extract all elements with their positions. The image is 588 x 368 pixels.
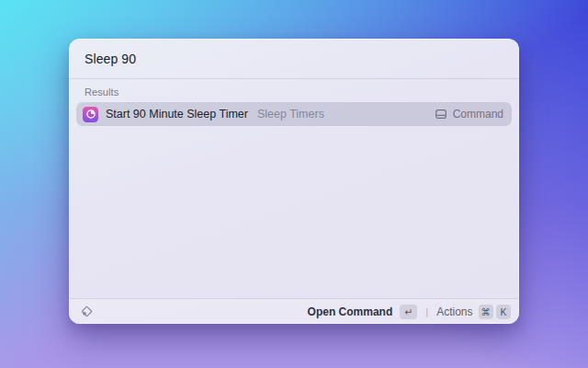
k-keycap: K (496, 305, 511, 319)
actions-key-group: ⌘ K (479, 305, 512, 319)
search-input[interactable] (85, 52, 503, 66)
result-title: Start 90 Minute Sleep Timer (106, 108, 248, 121)
result-subtitle: Sleep Timers (257, 108, 324, 121)
result-row-start-90-minute-sleep-timer[interactable]: Start 90 Minute Sleep Timer Sleep Timers… (76, 102, 512, 126)
launcher-window: Results Start 90 Minute Sleep Timer Slee… (69, 39, 519, 324)
cmd-keycap: ⌘ (479, 305, 494, 319)
raycast-logo-icon (79, 304, 95, 319)
result-type-indicator: Command (435, 108, 503, 121)
open-command-button[interactable]: Open Command (308, 305, 393, 318)
sleep-timer-app-icon (83, 107, 98, 122)
return-keycap: ↵ (400, 305, 417, 319)
footer-divider: | (425, 306, 428, 317)
results-area: Results Start 90 Minute Sleep Timer Slee… (69, 79, 519, 298)
footer-bar: Open Command ↵ | Actions ⌘ K (69, 298, 519, 324)
results-section-label: Results (69, 79, 519, 102)
result-type-label: Command (453, 108, 503, 121)
command-icon (435, 108, 447, 121)
search-bar (69, 39, 519, 79)
actions-button[interactable]: Actions (436, 305, 472, 318)
